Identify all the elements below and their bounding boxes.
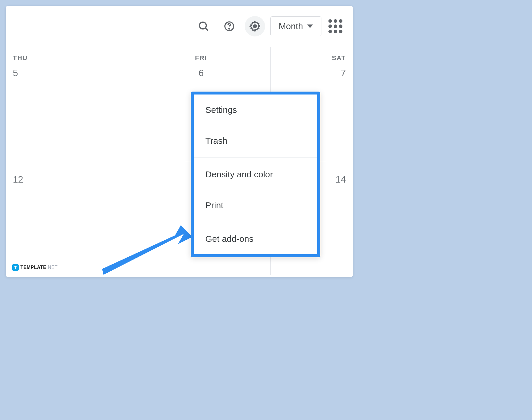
- calendar-grid: THU 5 FRI 6 SAT 7 12 13: [6, 47, 353, 275]
- dropdown-item-addons[interactable]: Get add-ons: [194, 223, 317, 254]
- watermark: T TEMPLATE.NET: [12, 264, 57, 271]
- dropdown-item-settings[interactable]: Settings: [194, 94, 317, 125]
- settings-dropdown: Settings Trash Density and color Print G…: [191, 92, 320, 257]
- chevron-down-icon: [307, 23, 313, 29]
- day-number: 12: [13, 174, 125, 185]
- gear-icon: [249, 20, 261, 32]
- search-icon: [198, 20, 209, 32]
- help-button[interactable]: [219, 16, 239, 36]
- svg-point-0: [199, 22, 206, 29]
- search-button[interactable]: [193, 16, 214, 36]
- settings-button[interactable]: [245, 16, 265, 36]
- dropdown-item-density[interactable]: Density and color: [194, 159, 317, 190]
- day-cell[interactable]: THU 5: [6, 47, 132, 161]
- dropdown-divider: [194, 222, 317, 222]
- watermark-text: TEMPLATE.NET: [20, 265, 57, 270]
- help-icon: [223, 20, 235, 32]
- dropdown-divider: [194, 158, 317, 158]
- apps-icon: [328, 19, 342, 33]
- apps-button[interactable]: [327, 18, 344, 35]
- day-cell[interactable]: 12: [6, 161, 132, 275]
- toolbar: Month: [6, 6, 353, 47]
- watermark-badge: T: [12, 264, 19, 271]
- day-header: SAT: [278, 54, 346, 62]
- svg-point-3: [229, 28, 230, 29]
- view-label: Month: [279, 21, 303, 31]
- view-selector[interactable]: Month: [270, 16, 321, 36]
- svg-point-4: [253, 25, 256, 28]
- day-number: 7: [278, 68, 346, 78]
- day-header: FRI: [139, 54, 263, 62]
- day-number: 5: [13, 68, 125, 78]
- svg-line-1: [205, 28, 208, 31]
- dropdown-item-print[interactable]: Print: [194, 190, 317, 221]
- dropdown-item-trash[interactable]: Trash: [194, 125, 317, 156]
- day-header: THU: [13, 54, 125, 62]
- day-number: 6: [139, 68, 263, 78]
